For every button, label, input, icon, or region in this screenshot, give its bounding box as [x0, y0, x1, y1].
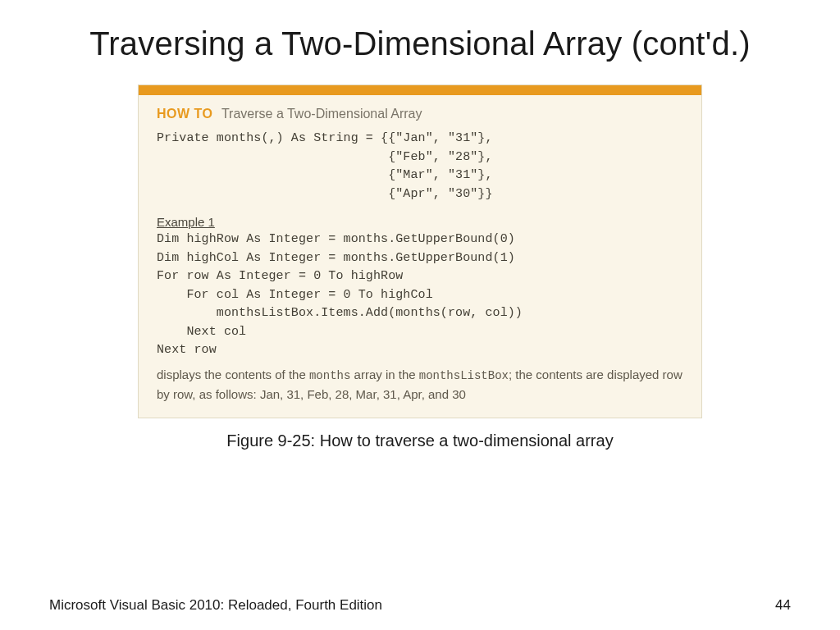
- page-number: 44: [775, 597, 791, 614]
- slide-footer: Microsoft Visual Basic 2010: Reloaded, F…: [49, 597, 791, 614]
- figure-box: HOW TO Traverse a Two-Dimensional Array …: [138, 84, 702, 418]
- example-label: Example 1: [157, 215, 683, 229]
- desc-part: displays the contents of the: [157, 368, 309, 381]
- footer-text: Microsoft Visual Basic 2010: Reloaded, F…: [49, 597, 382, 614]
- desc-part: array in the: [350, 368, 418, 381]
- desc-mono: monthsListBox: [419, 369, 509, 382]
- accent-bar: [139, 85, 701, 95]
- howto-line: HOW TO Traverse a Two-Dimensional Array: [157, 107, 683, 121]
- slide: Traversing a Two-Dimensional Array (cont…: [0, 0, 840, 630]
- code-declaration: Private months(,) As String = {{"Jan", "…: [157, 130, 683, 203]
- desc-mono: months: [309, 369, 350, 382]
- figure-body: HOW TO Traverse a Two-Dimensional Array …: [139, 95, 701, 417]
- page-title: Traversing a Two-Dimensional Array (cont…: [49, 23, 791, 65]
- code-description: displays the contents of the months arra…: [157, 365, 683, 404]
- howto-label: HOW TO: [157, 107, 212, 121]
- code-example: Dim highRow As Integer = months.GetUpper…: [157, 231, 683, 360]
- figure-caption: Figure 9-25: How to traverse a two-dimen…: [49, 431, 791, 450]
- howto-title: Traverse a Two-Dimensional Array: [221, 107, 422, 121]
